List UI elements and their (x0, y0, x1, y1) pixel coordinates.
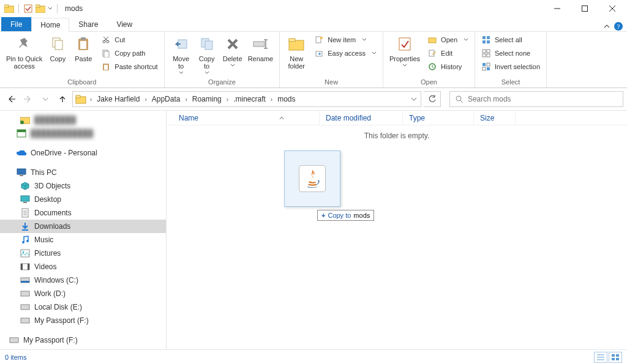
open-button[interactable]: Open (425, 33, 471, 46)
tab-share[interactable]: Share (69, 17, 107, 31)
tree-item-drive-c[interactable]: Windows (C:) (0, 273, 166, 287)
svg-rect-35 (316, 37, 321, 43)
tree-item-3d-objects[interactable]: 3D Objects (0, 179, 166, 193)
svg-rect-73 (21, 250, 29, 257)
tree-item-downloads[interactable]: Downloads (0, 220, 166, 233)
maximize-button[interactable] (571, 0, 598, 17)
tree-item-videos[interactable]: Videos (0, 260, 166, 273)
tree-item-onedrive[interactable]: OneDrive - Personal (0, 146, 166, 160)
tree-item[interactable]: ████████████ (0, 127, 166, 140)
thumbnails-view-toggle[interactable] (609, 352, 622, 363)
history-button[interactable]: History (425, 60, 471, 73)
group-label-select: Select (479, 78, 543, 87)
chevron-right-icon[interactable]: › (268, 96, 275, 103)
paste-button[interactable]: Paste (70, 33, 96, 64)
chevron-right-icon[interactable]: › (182, 96, 189, 103)
select-none-button[interactable]: Select none (479, 46, 543, 60)
svg-rect-12 (55, 40, 62, 50)
tab-view[interactable]: View (107, 17, 141, 31)
details-view-toggle[interactable] (594, 352, 607, 363)
new-item-button[interactable]: New item (312, 33, 379, 46)
new-folder-qat-icon[interactable] (35, 3, 46, 14)
breadcrumb-seg[interactable]: Roaming (190, 92, 224, 106)
svg-rect-81 (21, 305, 29, 310)
tree-item-music[interactable]: Music (0, 233, 166, 247)
group-label-open: Open (387, 78, 471, 87)
copy-path-button[interactable]: Copy path (99, 46, 160, 60)
close-button[interactable] (598, 0, 626, 17)
help-icon[interactable]: ? (614, 21, 623, 31)
svg-rect-45 (487, 40, 490, 43)
new-item-icon (314, 35, 324, 45)
search-icon (455, 95, 463, 103)
chevron-right-icon[interactable]: › (224, 96, 231, 103)
paste-shortcut-button[interactable]: Paste shortcut (99, 60, 160, 73)
easy-access-button[interactable]: Easy access (312, 46, 379, 60)
navigation-pane[interactable]: ████████ ████████████ OneDrive - Persona… (0, 111, 167, 349)
ribbon: Pin to Quick access Copy Paste Cut Copy … (0, 32, 627, 88)
move-to-button[interactable]: Move to (168, 33, 194, 76)
breadcrumb-seg[interactable]: AppData (149, 92, 183, 106)
address-bar[interactable]: › Jake Harfield › AppData › Roaming › .m… (72, 91, 421, 107)
copy-to-button[interactable]: Copy to (194, 33, 220, 76)
address-dropdown-icon[interactable] (408, 96, 419, 102)
tree-item-drive-f2[interactable]: My Passport (F:) (0, 333, 166, 347)
search-box[interactable] (449, 91, 623, 107)
minimize-button[interactable] (543, 0, 571, 17)
new-folder-button[interactable]: New folder (283, 33, 309, 71)
qat-dropdown-icon[interactable] (47, 3, 53, 14)
tree-item-drive-d[interactable]: Work (D:) (0, 287, 166, 300)
plus-icon: + (321, 212, 325, 219)
ribbon-collapse-icon[interactable] (604, 23, 610, 29)
pictures-icon (20, 248, 31, 259)
cut-button[interactable]: Cut (99, 33, 160, 46)
invert-selection-icon (481, 62, 491, 72)
music-icon (20, 234, 31, 245)
col-header-date[interactable]: Date modified (320, 111, 403, 125)
content-area[interactable]: Name Date modified Type Size This folder… (167, 111, 627, 349)
tree-item[interactable]: ████████ (0, 113, 166, 127)
invert-selection-button[interactable]: Invert selection (479, 60, 543, 73)
col-header-name[interactable]: Name (167, 111, 320, 125)
tree-item-drive-e[interactable]: Local Disk (E:) (0, 300, 166, 314)
tab-file[interactable]: File (1, 17, 31, 31)
paste-icon (73, 34, 93, 54)
tree-item-drive-f1[interactable]: My Passport (F:) (0, 314, 166, 327)
svg-rect-80 (21, 291, 29, 296)
chevron-right-icon[interactable]: › (88, 96, 94, 103)
edit-button[interactable]: Edit (425, 46, 471, 60)
recent-locations-button[interactable] (38, 92, 53, 106)
copy-icon (48, 34, 67, 54)
svg-text:?: ? (617, 23, 620, 30)
tree-item-desktop[interactable]: Desktop (0, 193, 166, 206)
tree-item-documents[interactable]: Documents (0, 206, 166, 220)
up-button[interactable] (55, 92, 70, 106)
svg-rect-88 (616, 354, 619, 357)
refresh-button[interactable] (424, 91, 441, 107)
select-all-button[interactable]: Select all (479, 33, 543, 46)
svg-rect-79 (21, 281, 29, 283)
forward-button[interactable] (21, 92, 36, 106)
breadcrumb-seg[interactable]: mods (275, 92, 298, 106)
delete-button[interactable]: Delete (220, 33, 246, 69)
col-header-size[interactable]: Size (474, 111, 516, 125)
svg-rect-47 (487, 50, 490, 53)
back-button[interactable] (4, 92, 18, 106)
col-header-type[interactable]: Type (403, 111, 474, 125)
tree-item-pictures[interactable]: Pictures (0, 247, 166, 260)
chevron-right-icon[interactable]: › (142, 96, 149, 103)
svg-rect-48 (482, 54, 486, 57)
copy-button[interactable]: Copy (45, 33, 70, 64)
tree-item-this-pc[interactable]: This PC (0, 166, 166, 179)
window-controls (543, 0, 626, 17)
properties-button[interactable]: Properties (387, 33, 422, 69)
breadcrumb-seg[interactable]: .minecraft (231, 92, 268, 106)
breadcrumb-seg[interactable]: Jake Harfield (94, 92, 142, 106)
tab-home[interactable]: Home (31, 18, 69, 32)
search-input[interactable] (468, 95, 618, 103)
onedrive-icon (16, 147, 27, 158)
pin-to-quick-access-button[interactable]: Pin to Quick access (4, 33, 45, 71)
properties-qat-icon[interactable] (23, 3, 34, 14)
rename-button[interactable]: Rename (246, 33, 276, 64)
svg-rect-62 (17, 169, 26, 174)
